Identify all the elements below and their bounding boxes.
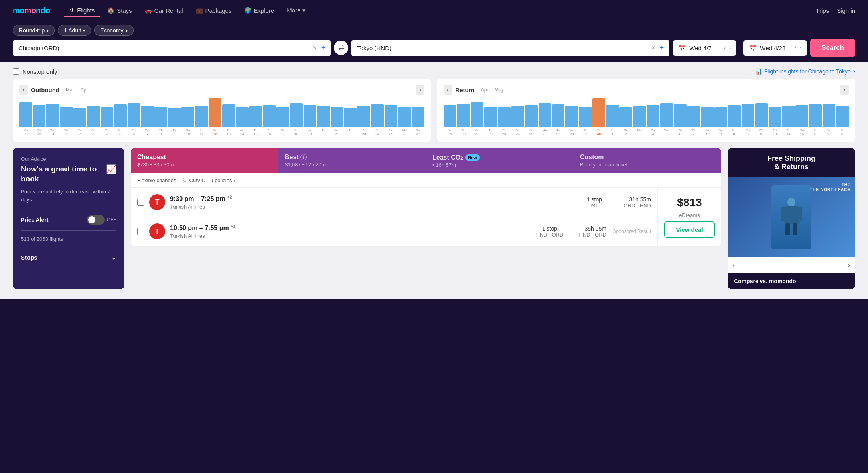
calendar-bar[interactable] (823, 104, 835, 127)
calendar-bar[interactable] (412, 107, 424, 127)
calendar-bar[interactable] (633, 106, 646, 127)
signin-link[interactable]: Sign in (837, 7, 855, 14)
calendar-bar[interactable] (647, 105, 659, 127)
origin-field[interactable]: Chicago (ORD) ✕ + (13, 40, 331, 56)
return-prev-btn[interactable]: ‹ (444, 85, 452, 95)
price-alert-toggle[interactable] (87, 215, 105, 225)
destination-add-icon[interactable]: + (660, 44, 664, 52)
nonstop-checkbox-label[interactable]: Nonstop only (13, 68, 57, 75)
calendar-bar[interactable] (371, 104, 384, 127)
covid-policies-link[interactable]: 🛡 COVID-19 policies › (183, 177, 235, 183)
origin-add-icon[interactable]: + (321, 44, 326, 52)
calendar-bar[interactable] (304, 105, 316, 127)
calendar-bar[interactable] (742, 104, 754, 127)
return-date-field[interactable]: 📅 Wed 4/28 ‹ › (743, 40, 807, 56)
cabin-selector[interactable]: Economy ▾ (94, 25, 133, 36)
calendar-bar[interactable] (619, 107, 632, 127)
calendar-bar[interactable] (263, 105, 276, 127)
calendar-bar[interactable] (795, 105, 808, 127)
depart-date-field[interactable]: 📅 Wed 4/7 ‹ › (673, 40, 736, 56)
calendar-bar[interactable] (19, 102, 32, 127)
calendar-bar[interactable] (769, 107, 781, 127)
calendar-bar[interactable] (398, 107, 411, 127)
calendar-bar[interactable] (249, 106, 262, 127)
calendar-bar[interactable] (728, 105, 741, 127)
calendar-bar[interactable] (836, 106, 849, 127)
nav-more[interactable]: More ▾ (281, 4, 311, 16)
calendar-bar[interactable] (87, 106, 100, 127)
return-date-prev[interactable]: ‹ (795, 45, 797, 51)
nav-stays[interactable]: 🏠 Stays (102, 4, 138, 16)
calendar-bar[interactable] (674, 104, 687, 127)
calendar-bar[interactable] (498, 107, 511, 127)
nav-car-rental[interactable]: 🚗 Car Rental (139, 4, 189, 16)
destination-field[interactable]: Tokyo (HND) ✕ + (351, 40, 669, 56)
calendar-bar[interactable] (73, 108, 86, 127)
calendar-bar[interactable] (606, 105, 619, 127)
calendar-bar[interactable] (209, 98, 221, 127)
calendar-bar[interactable] (236, 107, 249, 127)
calendar-bar[interactable] (385, 105, 397, 127)
flight2-checkbox[interactable] (137, 228, 144, 235)
calendar-bar[interactable] (168, 108, 181, 127)
calendar-bar[interactable] (128, 103, 140, 127)
calendar-bar[interactable] (357, 106, 370, 127)
best-info-icon[interactable]: ℹ (300, 154, 307, 160)
calendar-bar[interactable] (60, 107, 73, 127)
outbound-bars[interactable] (19, 98, 424, 127)
calendar-bar[interactable] (181, 107, 194, 127)
flight1-checkbox[interactable] (137, 199, 144, 206)
calendar-bar[interactable] (539, 103, 551, 127)
calendar-bar[interactable] (114, 104, 127, 127)
return-date-next[interactable]: › (800, 45, 802, 51)
view-deal-button[interactable]: View deal (664, 221, 715, 238)
insights-link[interactable]: 📊 Flight insights for Chicago to Tokyo › (755, 68, 855, 75)
calendar-bar[interactable] (484, 107, 497, 127)
calendar-bar[interactable] (222, 104, 235, 127)
calendar-bar[interactable] (154, 107, 167, 127)
calendar-bar[interactable] (565, 106, 578, 127)
calendar-bar[interactable] (276, 107, 289, 127)
calendar-bar[interactable] (525, 105, 538, 127)
outbound-prev-btn[interactable]: ‹ (19, 85, 28, 95)
calendar-bar[interactable] (660, 103, 673, 127)
calendar-bar[interactable] (101, 107, 113, 127)
calendar-bar[interactable] (331, 107, 343, 127)
calendar-bar[interactable] (290, 103, 303, 127)
calendar-bar[interactable] (46, 104, 59, 127)
flexible-changes-label[interactable]: Flexible changes (137, 177, 176, 183)
return-bars[interactable] (444, 98, 849, 127)
calendar-bar[interactable] (592, 98, 605, 127)
outbound-next-btn[interactable]: › (416, 85, 424, 95)
calendar-bar[interactable] (552, 104, 565, 127)
nav-explore[interactable]: 🌍 Explore (239, 4, 280, 16)
logo[interactable]: momondo (13, 6, 50, 15)
calendar-bar[interactable] (457, 104, 470, 127)
calendar-bar[interactable] (511, 106, 524, 127)
calendar-bar[interactable] (755, 103, 768, 127)
return-next-btn[interactable]: › (840, 85, 849, 95)
swap-button[interactable]: ⇌ (334, 41, 348, 55)
calendar-bar[interactable] (33, 105, 45, 127)
calendar-bar[interactable] (687, 106, 700, 127)
tab-best[interactable]: Best ℹ $1,087 • 12h 27m (278, 148, 426, 173)
stops-header[interactable]: Stops ⌄ (21, 254, 116, 261)
ad-next-btn[interactable]: › (848, 260, 850, 270)
nav-packages[interactable]: 💼 Packages (190, 4, 237, 16)
depart-date-prev[interactable]: ‹ (724, 45, 726, 51)
calendar-bar[interactable] (444, 105, 456, 127)
nav-flights[interactable]: ✈ Flights (64, 4, 100, 17)
calendar-bar[interactable] (579, 107, 592, 127)
calendar-bar[interactable] (809, 104, 822, 127)
origin-clear-icon[interactable]: ✕ (312, 45, 317, 51)
calendar-bar[interactable] (141, 106, 154, 127)
destination-clear-icon[interactable]: ✕ (651, 45, 656, 51)
travelers-selector[interactable]: 1 Adult ▾ (58, 25, 91, 36)
tab-cheapest[interactable]: Cheapest $780 • 33h 30m (131, 148, 278, 173)
trip-type-selector[interactable]: Round-trip ▾ (13, 25, 55, 36)
calendar-bar[interactable] (701, 107, 714, 127)
calendar-bar[interactable] (471, 102, 483, 127)
search-button[interactable]: Search (810, 39, 855, 57)
calendar-bar[interactable] (317, 106, 330, 127)
calendar-bar[interactable] (782, 106, 795, 127)
